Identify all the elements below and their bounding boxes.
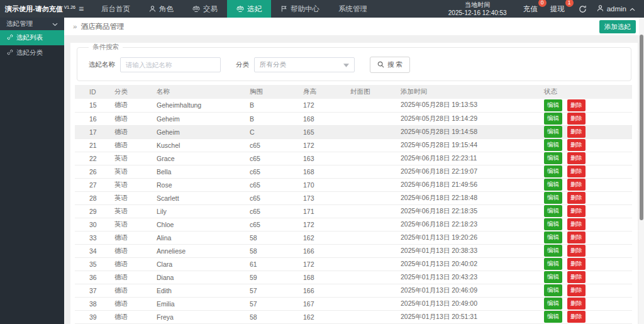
cell-name: Grace (142, 152, 235, 165)
cell-bust: B (235, 112, 289, 125)
nav-item-roles[interactable]: 角色 (140, 0, 183, 18)
nav-item-label: 交易 (203, 4, 218, 14)
edit-button[interactable]: 编辑 (544, 152, 562, 164)
edit-button[interactable]: 编辑 (544, 99, 562, 111)
cell-actions: 编辑 删除 (530, 218, 632, 231)
delete-button[interactable]: 删除 (567, 205, 586, 217)
cell-height: 165 (289, 125, 336, 138)
cell-time: 2025年01月13日 19:20:26 (386, 231, 530, 244)
add-button[interactable]: 添加选妃 (599, 20, 636, 33)
sidebar-item-list[interactable]: 选妃列表 (0, 30, 64, 45)
cell-bust: 58 (235, 231, 289, 244)
category-select[interactable]: 所有分类 (254, 57, 355, 72)
delete-button[interactable]: 删除 (567, 113, 586, 125)
cell-actions: 编辑 删除 (530, 112, 632, 125)
edit-button[interactable]: 编辑 (544, 245, 562, 257)
cell-id: 35 (75, 257, 100, 271)
cell-name: Anneliese (142, 244, 235, 257)
cell-actions: 编辑 删除 (530, 297, 632, 310)
cell-actions: 编辑 删除 (530, 231, 632, 244)
cell-category: 德语 (100, 297, 142, 310)
withdraw-link[interactable]: 提现 1 (544, 4, 571, 14)
withdraw-label: 提现 (550, 5, 565, 13)
delete-button[interactable]: 删除 (567, 298, 586, 310)
edit-button[interactable]: 编辑 (544, 298, 562, 310)
cell-id: 17 (75, 125, 100, 138)
cell-height: 163 (289, 152, 336, 165)
edit-button[interactable]: 编辑 (544, 311, 562, 323)
delete-button[interactable]: 删除 (567, 232, 586, 243)
col-header-name: 名称 (142, 85, 235, 99)
edit-button[interactable]: 编辑 (544, 205, 562, 217)
edit-button[interactable]: 编辑 (544, 284, 562, 296)
edit-button[interactable]: 编辑 (544, 165, 562, 177)
cell-height: 168 (289, 271, 336, 284)
cell-time: 2025年06月18日 21:49:56 (386, 178, 530, 191)
delete-button[interactable]: 删除 (567, 218, 586, 230)
cell-name: Geheim (142, 112, 235, 125)
cell-id: 27 (75, 178, 100, 191)
recharge-link[interactable]: 充值 0 (517, 4, 544, 14)
cell-name: Diana (142, 271, 235, 284)
cell-height: 172 (289, 218, 336, 231)
cell-bust: c65 (235, 191, 289, 204)
delete-button[interactable]: 删除 (567, 139, 586, 151)
cell-height: 168 (289, 165, 336, 178)
name-input[interactable] (120, 57, 221, 72)
delete-button[interactable]: 删除 (567, 152, 586, 164)
category-select-value: 所有分类 (260, 60, 286, 69)
delete-button[interactable]: 删除 (567, 165, 586, 177)
name-label: 选妃名称 (89, 60, 115, 69)
edit-button[interactable]: 编辑 (544, 258, 562, 270)
refresh-icon[interactable] (579, 5, 587, 13)
cell-category: 德语 (100, 244, 142, 257)
user-icon (149, 5, 156, 13)
delete-button[interactable]: 删除 (567, 245, 586, 257)
user-menu[interactable]: admin (597, 4, 635, 13)
search-button[interactable]: 搜 索 (370, 57, 410, 73)
table-row: 38 德语 Emilia 57 167 2025年01月13日 20:49:00… (75, 297, 632, 310)
cell-time: 2025年01月13日 20:51:31 (386, 310, 530, 323)
sidebar-item-category[interactable]: 选妃分类 (0, 45, 64, 60)
delete-button[interactable]: 删除 (567, 258, 586, 270)
search-legend: 条件搜索 (89, 43, 123, 52)
cell-bust: c65 (235, 204, 289, 218)
edit-button[interactable]: 编辑 (544, 139, 562, 151)
data-table: ID 分类 名称 胸围 身高 封面图 添加时间 状态 15 德语 Geheimh… (75, 85, 632, 324)
nav-item-system[interactable]: 系统管理 (329, 0, 377, 18)
cell-cover (336, 165, 386, 178)
delete-button[interactable]: 删除 (567, 311, 586, 323)
delete-button[interactable]: 删除 (567, 192, 586, 204)
cell-category: 德语 (100, 125, 142, 138)
cell-cover (336, 244, 386, 257)
edit-button[interactable]: 编辑 (544, 113, 562, 125)
edit-button[interactable]: 编辑 (544, 192, 562, 204)
cell-id: 29 (75, 204, 100, 218)
edit-button[interactable]: 编辑 (544, 271, 562, 283)
cell-category: 德语 (100, 112, 142, 125)
scrollbar[interactable] (640, 35, 643, 220)
edit-button[interactable]: 编辑 (544, 179, 562, 191)
delete-button[interactable]: 删除 (567, 179, 586, 191)
cell-height: 173 (289, 191, 336, 204)
sidebar-group-header[interactable]: 选妃管理 (0, 18, 64, 30)
cell-bust: c65 (235, 138, 289, 152)
delete-button[interactable]: 删除 (567, 99, 586, 111)
cell-category: 英语 (100, 178, 142, 191)
edit-button[interactable]: 编辑 (544, 232, 562, 243)
col-header-time: 添加时间 (386, 85, 530, 99)
nav-item-select[interactable]: 选妃 (227, 0, 271, 18)
cell-cover (336, 191, 386, 204)
edit-button[interactable]: 编辑 (544, 126, 562, 138)
cell-id: 15 (75, 99, 100, 112)
nav-item-trade[interactable]: 交易 (183, 0, 227, 18)
cell-name: Kuschel (142, 138, 235, 152)
nav-item-help[interactable]: 帮助中心 (271, 0, 329, 18)
flag-icon (280, 5, 287, 13)
delete-button[interactable]: 删除 (567, 271, 586, 283)
delete-button[interactable]: 删除 (567, 284, 586, 296)
nav-item-home[interactable]: 后台首页 (92, 0, 140, 18)
delete-button[interactable]: 删除 (567, 126, 586, 138)
cell-bust: C (235, 125, 289, 138)
edit-button[interactable]: 编辑 (544, 218, 562, 230)
